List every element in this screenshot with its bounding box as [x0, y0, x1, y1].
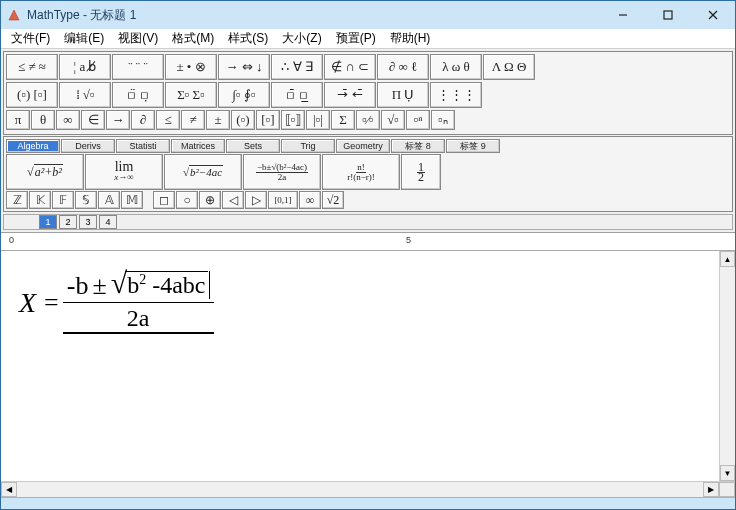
tmpl-fence1[interactable]: (▫)	[231, 110, 255, 130]
preset-quad-den: 2a	[278, 173, 287, 182]
bb-z[interactable]: ℤ	[6, 191, 28, 209]
bb-sqrt2[interactable]: √2	[322, 191, 344, 209]
size-4[interactable]: 4	[99, 215, 117, 229]
scroll-down-icon[interactable]: ▼	[720, 465, 735, 481]
bb-tri-right[interactable]: ▷	[245, 191, 267, 209]
menu-style[interactable]: 样式(S)	[222, 28, 274, 49]
tmpl-fence2[interactable]: [▫]	[256, 110, 280, 130]
minimize-button[interactable]	[600, 1, 645, 29]
sym-infinity[interactable]: ∞	[56, 110, 80, 130]
preset-binom-num: n!	[356, 163, 366, 173]
palette-logic[interactable]: ∴ ∀ ∃	[271, 54, 323, 80]
sym-le[interactable]: ≤	[156, 110, 180, 130]
palette-relations[interactable]: ≤ ≠ ≈	[6, 54, 58, 80]
horizontal-scrollbar[interactable]: ◀ ▶	[1, 481, 735, 497]
tmpl-fence4[interactable]: |▫|	[306, 110, 330, 130]
palette-spaces[interactable]: ¦ a b̸	[59, 54, 111, 80]
scroll-right-icon[interactable]: ▶	[703, 482, 719, 497]
bb-interval[interactable]: [0,1]	[268, 191, 298, 209]
bb-circle[interactable]: ○	[176, 191, 198, 209]
menu-preferences[interactable]: 预置(P)	[330, 28, 382, 49]
preset-sqrt-disc[interactable]: √b²−4ac	[164, 154, 242, 190]
palette-sets[interactable]: ∉ ∩ ⊂	[324, 54, 376, 80]
palette-long-arrows[interactable]: →̄ ←̄	[324, 82, 376, 108]
sym-ne[interactable]: ≠	[181, 110, 205, 130]
tab-algebra[interactable]: Algebra	[6, 139, 60, 153]
palette-fractions[interactable]: ⁞ √▫	[59, 82, 111, 108]
size-2[interactable]: 2	[59, 215, 77, 229]
preset-half[interactable]: 12	[401, 154, 441, 190]
tab-trig[interactable]: Trig	[281, 139, 335, 153]
menu-file[interactable]: 文件(F)	[5, 28, 56, 49]
preset-row: √a²+b² limx→∞ √b²−4ac −b±√(b²−4ac)2a n!r…	[6, 154, 730, 190]
menu-size[interactable]: 大小(Z)	[276, 28, 327, 49]
tmpl-sub[interactable]: ▫ₙ	[431, 110, 455, 130]
sym-pm[interactable]: ±	[206, 110, 230, 130]
menu-edit[interactable]: 编辑(E)	[58, 28, 110, 49]
preset-limit[interactable]: limx→∞	[85, 154, 163, 190]
radicand-b: b	[127, 272, 139, 298]
size-1[interactable]: 1	[39, 215, 57, 229]
palette-greek-lower[interactable]: λ ω θ	[430, 54, 482, 80]
tmpl-fence3[interactable]: ⟦▫⟧	[281, 110, 305, 130]
bb-a[interactable]: 𝔸	[98, 191, 120, 209]
scroll-up-icon[interactable]: ▲	[720, 251, 735, 267]
bb-k[interactable]: 𝕂	[29, 191, 51, 209]
palette-matrices[interactable]: ⋮⋮⋮	[430, 82, 482, 108]
menu-format[interactable]: 格式(M)	[166, 28, 220, 49]
equation: X = -b ± √ b2 -4abc 2a	[19, 271, 709, 334]
tmpl-sum[interactable]: Σ	[331, 110, 355, 130]
symbol-palette-row-1: ≤ ≠ ≈ ¦ a b̸ ¨ ¨ ¨ ± • ⊗ → ⇔ ↓ ∴ ∀ ∃ ∉ ∩…	[6, 54, 730, 80]
palette-greek-upper[interactable]: Λ Ω Θ	[483, 54, 535, 80]
maximize-button[interactable]	[645, 1, 690, 29]
palette-embellishments[interactable]: ¨ ¨ ¨	[112, 54, 164, 80]
bb-m[interactable]: 𝕄	[121, 191, 143, 209]
scroll-left-icon[interactable]: ◀	[1, 482, 17, 497]
sym-element[interactable]: ∈	[81, 110, 105, 130]
bb-tri-left[interactable]: ◁	[222, 191, 244, 209]
scroll-track-v[interactable]	[720, 267, 735, 465]
palette-products[interactable]: Π Ụ	[377, 82, 429, 108]
tmpl-super[interactable]: ▫ⁿ	[406, 110, 430, 130]
palette-scripts[interactable]: ▫̈ ▫̣	[112, 82, 164, 108]
tab-geometry[interactable]: Geometry	[336, 139, 390, 153]
tab-8[interactable]: 标签 8	[391, 139, 445, 153]
palette-integrals[interactable]: ∫▫ ∮▫	[218, 82, 270, 108]
equation-canvas[interactable]: X = -b ± √ b2 -4abc 2a	[1, 251, 719, 481]
scroll-track-h[interactable]	[17, 482, 703, 497]
equation-denominator: 2a	[127, 303, 150, 332]
palette-arrows[interactable]: → ⇔ ↓	[218, 54, 270, 80]
palette-bars[interactable]: ▫̄ ▫̲	[271, 82, 323, 108]
tab-derivs[interactable]: Derivs	[61, 139, 115, 153]
palette-operators[interactable]: ± • ⊗	[165, 54, 217, 80]
bb-square[interactable]: ◻	[153, 191, 175, 209]
preset-sqrt-sum[interactable]: √a²+b²	[6, 154, 84, 190]
preset-quad-num: −b±√(b²−4ac)	[256, 163, 308, 173]
bb-f[interactable]: 𝔽	[52, 191, 74, 209]
bb-infinity[interactable]: ∞	[299, 191, 321, 209]
status-bar	[1, 497, 735, 509]
sym-pi[interactable]: π	[6, 110, 30, 130]
tab-sets[interactable]: Sets	[226, 139, 280, 153]
bb-oplus[interactable]: ⊕	[199, 191, 221, 209]
palette-sums[interactable]: Σ▫ Σ▫	[165, 82, 217, 108]
preset-binomial[interactable]: n!r!(n−r)!	[322, 154, 400, 190]
size-3[interactable]: 3	[79, 215, 97, 229]
tab-statisti[interactable]: Statisti	[116, 139, 170, 153]
tmpl-frac[interactable]: ▫⁄▫	[356, 110, 380, 130]
sym-theta[interactable]: θ	[31, 110, 55, 130]
preset-quadratic[interactable]: −b±√(b²−4ac)2a	[243, 154, 321, 190]
blackboard-row: ℤ 𝕂 𝔽 𝕊 𝔸 𝕄 ◻ ○ ⊕ ◁ ▷ [0,1] ∞ √2	[6, 191, 730, 209]
menu-view[interactable]: 视图(V)	[112, 28, 164, 49]
palette-misc[interactable]: ∂ ∞ ℓ	[377, 54, 429, 80]
tab-matrices[interactable]: Matrices	[171, 139, 225, 153]
vertical-scrollbar[interactable]: ▲ ▼	[719, 251, 735, 481]
tab-9[interactable]: 标签 9	[446, 139, 500, 153]
close-button[interactable]	[690, 1, 735, 29]
tmpl-root[interactable]: √▫	[381, 110, 405, 130]
palette-fences[interactable]: (▫) [▫]	[6, 82, 58, 108]
sym-partial[interactable]: ∂	[131, 110, 155, 130]
menu-help[interactable]: 帮助(H)	[384, 28, 437, 49]
bb-s[interactable]: 𝕊	[75, 191, 97, 209]
sym-arrow[interactable]: →	[106, 110, 130, 130]
